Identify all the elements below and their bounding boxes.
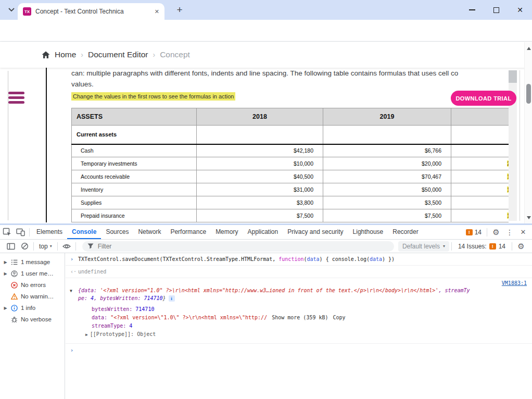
console-command-row[interactable]: › TXTextControl.saveDocument(TXTextContr… (66, 253, 532, 266)
live-expression-eye-icon[interactable] (60, 240, 73, 253)
filter-input[interactable] (98, 243, 369, 250)
section-label[interactable]: Current assets (72, 126, 197, 144)
download-trial-button[interactable]: DOWNLOAD TRIAL (451, 91, 516, 106)
sidebar-item-all-messages[interactable]: ▶ 1 message (0, 256, 65, 268)
breadcrumb-home[interactable]: Home (55, 50, 76, 59)
property-bytes-written: bytesWritten: 714710 (92, 305, 528, 314)
tab-sources[interactable]: Sources (101, 225, 133, 239)
property-prototype[interactable]: ▶[[Prototype]]: Object (85, 330, 528, 339)
console-settings-gear-icon[interactable]: ⚙ (514, 240, 528, 253)
tab-search-button[interactable] (5, 4, 18, 16)
chevron-down-icon: ▾ (50, 244, 52, 248)
show-more-button[interactable]: Show more (359 kB) (272, 315, 328, 320)
issues-badge-icon[interactable]: ! (466, 229, 473, 235)
evaluated-info-icon[interactable]: i (169, 295, 175, 302)
console-prompt[interactable]: › (66, 344, 532, 351)
devtools-menu-icon[interactable]: ⋮ (503, 226, 516, 239)
page-scrollbar[interactable] (524, 42, 532, 223)
user-icon (11, 270, 18, 277)
tab-performance[interactable]: Performance (166, 225, 211, 239)
device-toolbar-icon[interactable] (14, 226, 27, 239)
browser-titlebar: TX Concept - Text Control Technica ✕ + ✕ (0, 0, 532, 20)
hamburger-menu-icon[interactable] (8, 92, 24, 106)
tab-application[interactable]: Application (243, 225, 283, 239)
console-sidebar-toggle-icon[interactable] (4, 240, 18, 253)
divider (512, 242, 512, 251)
context-selector[interactable]: top▾ (36, 243, 55, 250)
window-close-button[interactable]: ✕ (508, 0, 532, 20)
error-icon (11, 282, 18, 289)
tab-title: Concept - Text Control Technica (35, 8, 151, 15)
table-row: Prepaid insurance $7,500 $7,500 1 (72, 209, 509, 222)
header-assets[interactable]: ASSETS (72, 108, 197, 126)
tab-elements[interactable]: Elements (32, 225, 67, 239)
divider (57, 242, 58, 251)
table-row: Cash $42,180 $6,766 (72, 144, 509, 157)
log-levels-dropdown[interactable]: Default levels▾ (398, 241, 449, 252)
table-section-row: Current assets (72, 126, 509, 144)
tab-network[interactable]: Network (133, 225, 166, 239)
chevron-down-icon: ▾ (443, 244, 445, 248)
breadcrumb-document-editor[interactable]: Document Editor (88, 50, 148, 59)
window-maximize-button[interactable] (484, 0, 508, 20)
tab-lighthouse[interactable]: Lighthouse (348, 225, 388, 239)
filter-funnel-icon (87, 243, 94, 249)
issues-badge-icon: ! (489, 243, 496, 250)
browser-tab[interactable]: TX Concept - Text Control Technica ✕ (18, 3, 164, 20)
expand-arrow-icon[interactable]: ▶ (3, 306, 8, 310)
breadcrumb: Home › Document Editor › Concept (42, 42, 190, 68)
expand-arrow-icon[interactable]: ▶ (85, 332, 88, 337)
copy-button[interactable]: Copy (333, 315, 346, 320)
tab-recorder[interactable]: Recorder (388, 225, 423, 239)
header-2018[interactable]: 2018 (197, 108, 323, 126)
object-collapse-toggle-icon[interactable]: ▼ (70, 289, 72, 293)
scroll-up-arrow-icon[interactable] (527, 47, 531, 50)
tab-privacy-security[interactable]: Privacy and security (283, 225, 348, 239)
highlighted-note[interactable]: Change the values in the first rows to s… (71, 92, 235, 101)
divider (487, 228, 487, 236)
tx-favicon: TX (23, 7, 31, 16)
console-source-link[interactable]: VM1883:1 (502, 280, 527, 286)
info-icon (11, 305, 18, 311)
window-minimize-button[interactable] (460, 0, 484, 20)
new-tab-button[interactable]: + (173, 3, 186, 17)
sidebar-item-info[interactable]: ▶ 1 info (0, 302, 65, 314)
sidebar-item-user-messages[interactable]: ▶ 1 user me… (0, 268, 65, 279)
browser-toolbar: ← → ↻ demos.textcontrol.com/chapter/topi… (0, 20, 532, 42)
issues-count[interactable]: 14 (475, 229, 482, 236)
devtools-settings-gear-icon[interactable]: ⚙ (489, 226, 503, 239)
sidebar-item-verbose[interactable]: No verbose (0, 314, 65, 325)
inspect-element-icon[interactable] (0, 226, 14, 239)
assets-table[interactable]: ASSETS 2018 2019 Current assets Cash $42… (71, 108, 509, 222)
console-result-row: ‹· undefined (66, 266, 532, 278)
object-preview[interactable]: {data: '<?xml version="1.0" ?>\r\n<html … (78, 286, 528, 302)
bug-icon (11, 316, 18, 323)
issues-counter[interactable]: 14 Issues: ! 14 (454, 243, 510, 250)
devtools-tabbar: Elements Console Sources Network Perform… (0, 225, 532, 240)
table-row: Supplies $3,800 $3,500 (72, 196, 509, 209)
expand-arrow-icon[interactable]: ▶ (3, 260, 8, 265)
table-row: Temporary investments $10,000 $20,000 2 (72, 157, 509, 170)
sidebar-item-warnings[interactable]: No warnin… (0, 291, 65, 302)
tab-memory[interactable]: Memory (211, 225, 243, 239)
header-blank[interactable] (451, 108, 509, 126)
console-filter[interactable] (82, 241, 394, 252)
page-scrollbar-thumb[interactable] (526, 84, 531, 104)
console-prompt-chevron-icon: › (70, 347, 73, 353)
tab-close-icon[interactable]: ✕ (155, 8, 159, 15)
scroll-down-arrow-icon[interactable] (527, 216, 531, 219)
sidebar-item-errors[interactable]: No errors (0, 279, 65, 291)
editor-right-border (520, 70, 520, 221)
console-toolbar: top▾ Default levels▾ 14 Issues: ! 14 ⚙ (0, 240, 532, 253)
site-header: Home › Document Editor › Concept DOWNLOA… (0, 42, 532, 68)
document-paragraph[interactable]: can: multiple paragraphs with different … (71, 68, 509, 90)
editor-scrollbar-thumb[interactable] (509, 70, 517, 83)
devtools-close-icon[interactable]: ✕ (516, 226, 530, 239)
expand-arrow-icon[interactable]: ▶ (3, 271, 8, 276)
object-properties: bytesWritten: 714710 data: "<?xml versio… (92, 305, 528, 339)
clear-console-icon[interactable] (18, 240, 31, 253)
maximize-icon (493, 7, 499, 13)
header-2019[interactable]: 2019 (323, 108, 451, 126)
tab-console[interactable]: Console (67, 225, 101, 239)
property-data: data: "<?xml version=\"1.0\" ?>\r\n<html… (92, 314, 528, 322)
